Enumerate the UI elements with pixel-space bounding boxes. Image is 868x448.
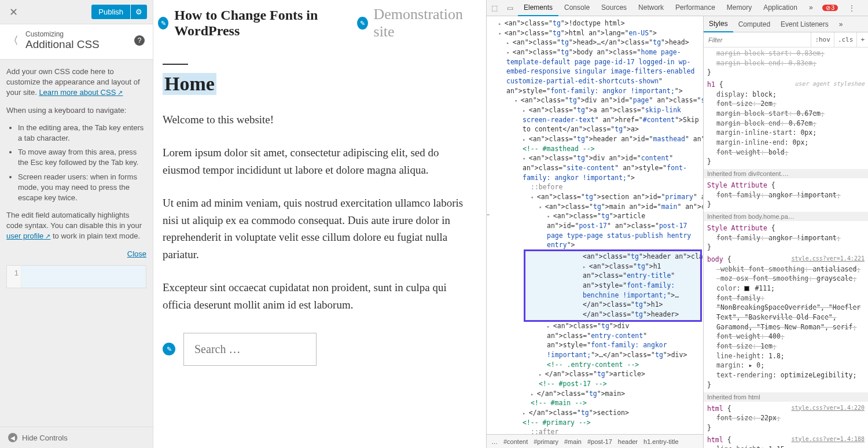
tab-console[interactable]: Console — [558, 0, 595, 16]
error-badge[interactable]: ⊘3 — [822, 5, 838, 11]
dom-breadcrumbs: … #content #primary #main #post-17 heade… — [487, 434, 703, 448]
more-tabs-icon[interactable]: » — [834, 17, 848, 32]
hov-toggle[interactable]: :hov — [811, 32, 834, 47]
settings-icon[interactable]: ⋮ — [844, 4, 860, 12]
tab-styles[interactable]: Styles — [704, 16, 733, 32]
section-title-bar: 〈 Customizing Additional CSS ? — [0, 24, 153, 60]
styles-filter-input[interactable] — [704, 34, 811, 46]
customizer-header: ✕ Publish ⚙ — [0, 0, 153, 24]
search-input[interactable] — [183, 333, 317, 366]
css-editor[interactable]: 1 — [6, 265, 146, 288]
styles-rules[interactable]: margin-block-start: 0.83em;margin-block-… — [704, 47, 868, 448]
tab-memory[interactable]: Memory — [721, 0, 757, 16]
entry-content: Welcome to this website! Lorem ipsum dol… — [163, 111, 469, 313]
devtools-tabs: Elements Console Sources Network Perform… — [518, 0, 819, 16]
keyboard-intro: When using a keyboard to navigate: — [6, 105, 146, 116]
site-description: How to Change Fonts in WordPress — [174, 8, 351, 39]
breadcrumb[interactable]: #post-17 — [587, 438, 612, 445]
breadcrumb[interactable]: … — [491, 438, 498, 445]
back-icon[interactable]: 〈 — [8, 31, 20, 50]
breadcrumb[interactable]: #content — [503, 438, 528, 445]
breadcrumb[interactable]: h1.entry-title — [643, 438, 679, 445]
help-icon[interactable]: ? — [134, 35, 145, 46]
tab-performance[interactable]: Performance — [670, 0, 721, 16]
auto-text: The edit field automatically highlights … — [6, 211, 142, 230]
edit-shortcut-icon[interactable]: ✎ — [357, 17, 367, 30]
tab-network[interactable]: Network — [632, 0, 670, 16]
styles-tabs: Styles Computed Event Listeners » — [704, 16, 868, 32]
dom-tree[interactable]: ⋯ <an">class="tg">!doctype html><an">cla… — [487, 16, 703, 434]
more-tabs-icon[interactable]: » — [803, 0, 819, 16]
breadcrumb[interactable]: header — [618, 438, 638, 445]
paragraph: Lorem ipsum dolor sit amet, consectetur … — [163, 144, 469, 178]
close-help-link[interactable]: Close — [6, 249, 146, 259]
devtools-panel: ⬚ ▭ Elements Console Sources Network Per… — [486, 0, 868, 448]
page-heading: Home — [163, 73, 216, 95]
close-icon[interactable]: ✕ — [6, 6, 21, 19]
paragraph: Welcome to this website! — [163, 111, 469, 128]
edit-shortcut-icon[interactable]: ✎ — [163, 343, 175, 355]
hide-controls-label: Hide Controls — [22, 434, 68, 442]
customizer-content: Add your own CSS code here to customize … — [0, 60, 153, 427]
line-number: 1 — [7, 266, 21, 288]
section-title: Additional CSS — [25, 38, 100, 50]
edit-shortcut-icon[interactable]: ✎ — [158, 17, 168, 30]
gear-icon[interactable]: ⚙ — [131, 5, 147, 19]
tips-list: In the editing area, the Tab key enters … — [6, 123, 146, 203]
title-divider — [163, 64, 188, 65]
tab-elements[interactable]: Elements — [518, 0, 558, 16]
user-profile-link[interactable]: user profile — [6, 232, 50, 240]
list-item: In the editing area, the Tab key enters … — [18, 123, 146, 144]
publish-button[interactable]: Publish — [91, 5, 130, 19]
auto-text: to work in plain text mode. — [50, 232, 140, 240]
add-rule-icon[interactable]: + — [856, 32, 868, 47]
tab-computed[interactable]: Computed — [733, 17, 775, 32]
tab-sources[interactable]: Sources — [595, 0, 632, 16]
cls-toggle[interactable]: .cls — [834, 32, 857, 47]
learn-more-link[interactable]: Learn more about CSS — [39, 88, 123, 97]
customizer-panel: ✕ Publish ⚙ 〈 Customizing Additional CSS… — [0, 0, 153, 448]
paragraph: Excepteur sint occaecat cupidatat non pr… — [163, 279, 469, 313]
hide-controls-button[interactable]: ◀ Hide Controls — [0, 427, 153, 448]
tab-event-listeners[interactable]: Event Listeners — [775, 17, 834, 32]
paragraph: Ut enim ad minim veniam, quis nostrud ex… — [163, 194, 469, 263]
breadcrumb[interactable]: #main — [564, 438, 582, 445]
breadcrumb[interactable]: #primary — [534, 438, 558, 445]
inspect-icon[interactable]: ⬚ — [487, 4, 502, 12]
device-icon[interactable]: ▭ — [502, 4, 518, 12]
devtools-toolbar: ⬚ ▭ Elements Console Sources Network Per… — [487, 0, 868, 16]
ellipsis-icon[interactable]: ⋯ — [487, 210, 490, 220]
site-preview: ✎ How to Change Fonts in WordPress ✎ Dem… — [153, 0, 486, 448]
customizing-label: Customizing — [25, 30, 100, 38]
list-item: Screen reader users: when in forms mode,… — [18, 172, 146, 204]
tab-application[interactable]: Application — [757, 0, 803, 16]
styles-panel: Styles Computed Event Listeners » :hov .… — [703, 16, 868, 448]
collapse-icon: ◀ — [8, 433, 17, 442]
close-devtools-icon[interactable]: ✕ — [866, 4, 868, 12]
site-title: Demonstration site — [374, 6, 469, 41]
list-item: To move away from this area, press the E… — [18, 147, 146, 168]
